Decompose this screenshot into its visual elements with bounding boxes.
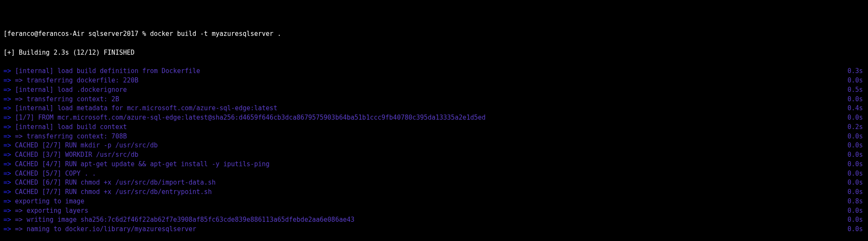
- arrow-icon: =>: [3, 67, 15, 75]
- arrow-icon: =>: [3, 170, 15, 177]
- step-text: CACHED [3/7] WORKDIR /usr/src/db: [15, 151, 138, 159]
- step-text: naming to docker.io/library/myazuresqlse…: [26, 225, 196, 233]
- subarrow-icon: =>: [15, 132, 26, 140]
- arrow-icon: =>: [3, 86, 15, 94]
- subarrow-icon: =>: [15, 216, 26, 223]
- output-line-left: => => naming to docker.io/library/myazur…: [3, 225, 196, 234]
- output-line: => => naming to docker.io/library/myazur…: [3, 225, 865, 234]
- output-line: => => writing image sha256:7c6d2f46f22ab…: [3, 215, 865, 225]
- output-line: => CACHED [3/7] WORKDIR /usr/src/db0.0s: [3, 150, 865, 160]
- step-text: [internal] load build context: [15, 123, 127, 131]
- output-line: => [internal] load .dockerignore0.5s: [3, 85, 865, 95]
- step-text: CACHED [6/7] RUN chmod +x /usr/src/db/im…: [15, 179, 216, 186]
- output-line-left: => [1/7] FROM mcr.microsoft.com/azure-sq…: [3, 113, 486, 123]
- step-time: 0.0s: [847, 150, 865, 160]
- step-time: 0.0s: [847, 225, 865, 234]
- arrow-icon: =>: [3, 123, 15, 131]
- output-line-left: => CACHED [5/7] COPY . .: [3, 169, 96, 179]
- step-time: 0.0s: [847, 215, 865, 225]
- output-line: => [internal] load build definition from…: [3, 67, 865, 76]
- output-line: => => transferring context: 708B0.0s: [3, 132, 865, 141]
- output-line: => => exporting layers0.0s: [3, 206, 865, 216]
- output-line: => CACHED [4/7] RUN apt-get update && ap…: [3, 160, 865, 169]
- arrow-icon: =>: [3, 132, 15, 140]
- arrow-icon: =>: [3, 197, 15, 205]
- arrow-icon: =>: [3, 225, 15, 233]
- subarrow-icon: =>: [15, 76, 26, 84]
- arrow-icon: =>: [3, 114, 15, 121]
- step-time: 0.3s: [847, 67, 865, 76]
- step-text: [1/7] FROM mcr.microsoft.com/azure-sql-e…: [15, 114, 486, 121]
- output-line-left: => => writing image sha256:7c6d2f46f22ab…: [3, 215, 355, 225]
- step-time: 0.8s: [847, 197, 865, 206]
- output-line-left: => => exporting layers: [3, 206, 88, 216]
- arrow-icon: =>: [3, 160, 15, 168]
- output-line-left: => [internal] load build definition from…: [3, 67, 200, 76]
- step-time: 0.0s: [847, 76, 865, 85]
- output-line-left: => => transferring context: 2B: [3, 95, 119, 104]
- arrow-icon: =>: [3, 179, 15, 186]
- output-line: => CACHED [7/7] RUN chmod +x /usr/src/db…: [3, 188, 865, 197]
- terminal-prompt: [feranco@ferancos-Air sqlserver2017 % do…: [3, 29, 865, 39]
- build-output: => [internal] load build definition from…: [3, 67, 865, 234]
- arrow-icon: =>: [3, 207, 15, 215]
- build-status: [+] Building 2.3s (12/12) FINISHED: [3, 48, 865, 58]
- step-text: CACHED [5/7] COPY . .: [15, 170, 96, 177]
- step-text: exporting to image: [15, 197, 85, 205]
- step-time: 0.2s: [847, 123, 865, 132]
- output-line-left: => exporting to image: [3, 197, 85, 206]
- output-line-left: => CACHED [7/7] RUN chmod +x /usr/src/db…: [3, 188, 212, 197]
- output-line: => => transferring context: 2B0.0s: [3, 95, 865, 104]
- arrow-icon: =>: [3, 216, 15, 223]
- step-time: 0.0s: [847, 141, 865, 150]
- output-line-left: => [internal] load build context: [3, 123, 127, 132]
- arrow-icon: =>: [3, 141, 15, 149]
- output-line: => => transferring dockerfile: 220B0.0s: [3, 76, 865, 85]
- output-line-left: => CACHED [2/7] RUN mkdir -p /usr/src/db: [3, 141, 158, 150]
- step-time: 0.0s: [847, 95, 865, 104]
- step-time: 0.0s: [847, 132, 865, 141]
- step-time: 0.0s: [847, 169, 865, 179]
- output-line: => CACHED [5/7] COPY . .0.0s: [3, 169, 865, 179]
- step-text: [internal] load metadata for mcr.microso…: [15, 104, 277, 112]
- arrow-icon: =>: [3, 76, 15, 84]
- step-text: CACHED [7/7] RUN chmod +x /usr/src/db/en…: [15, 188, 212, 196]
- step-time: 0.0s: [847, 188, 865, 197]
- arrow-icon: =>: [3, 104, 15, 112]
- output-line-left: => [internal] load metadata for mcr.micr…: [3, 104, 277, 113]
- step-text: transferring dockerfile: 220B: [26, 76, 138, 84]
- step-text: [internal] load .dockerignore: [15, 86, 127, 94]
- output-line: => [1/7] FROM mcr.microsoft.com/azure-sq…: [3, 113, 865, 123]
- step-text: writing image sha256:7c6d2f46f22ab62f7e3…: [26, 216, 355, 223]
- subarrow-icon: =>: [15, 207, 26, 215]
- step-text: [internal] load build definition from Do…: [15, 67, 200, 75]
- output-line: => CACHED [6/7] RUN chmod +x /usr/src/db…: [3, 178, 865, 188]
- output-line-left: => => transferring dockerfile: 220B: [3, 76, 138, 85]
- output-line: => CACHED [2/7] RUN mkdir -p /usr/src/db…: [3, 141, 865, 150]
- arrow-icon: =>: [3, 95, 15, 103]
- output-line-left: => CACHED [3/7] WORKDIR /usr/src/db: [3, 150, 138, 160]
- step-text: CACHED [2/7] RUN mkdir -p /usr/src/db: [15, 141, 158, 149]
- subarrow-icon: =>: [15, 95, 26, 103]
- arrow-icon: =>: [3, 188, 15, 196]
- subarrow-icon: =>: [15, 225, 26, 233]
- step-text: transferring context: 708B: [26, 132, 127, 140]
- output-line: => [internal] load metadata for mcr.micr…: [3, 104, 865, 113]
- step-time: 0.0s: [847, 160, 865, 169]
- step-text: transferring context: 2B: [26, 95, 119, 103]
- output-line-left: => => transferring context: 708B: [3, 132, 127, 141]
- output-line: => [internal] load build context0.2s: [3, 123, 865, 132]
- step-time: 0.4s: [847, 104, 865, 113]
- step-time: 0.0s: [847, 206, 865, 216]
- step-time: 0.0s: [847, 178, 865, 188]
- output-line: => exporting to image0.8s: [3, 197, 865, 206]
- output-line-left: => [internal] load .dockerignore: [3, 85, 127, 95]
- arrow-icon: =>: [3, 151, 15, 159]
- output-line-left: => CACHED [4/7] RUN apt-get update && ap…: [3, 160, 270, 169]
- step-text: CACHED [4/7] RUN apt-get update && apt-g…: [15, 160, 270, 168]
- step-text: exporting layers: [26, 207, 88, 215]
- step-time: 0.5s: [847, 85, 865, 95]
- step-time: 0.0s: [847, 113, 865, 123]
- output-line-left: => CACHED [6/7] RUN chmod +x /usr/src/db…: [3, 178, 216, 188]
